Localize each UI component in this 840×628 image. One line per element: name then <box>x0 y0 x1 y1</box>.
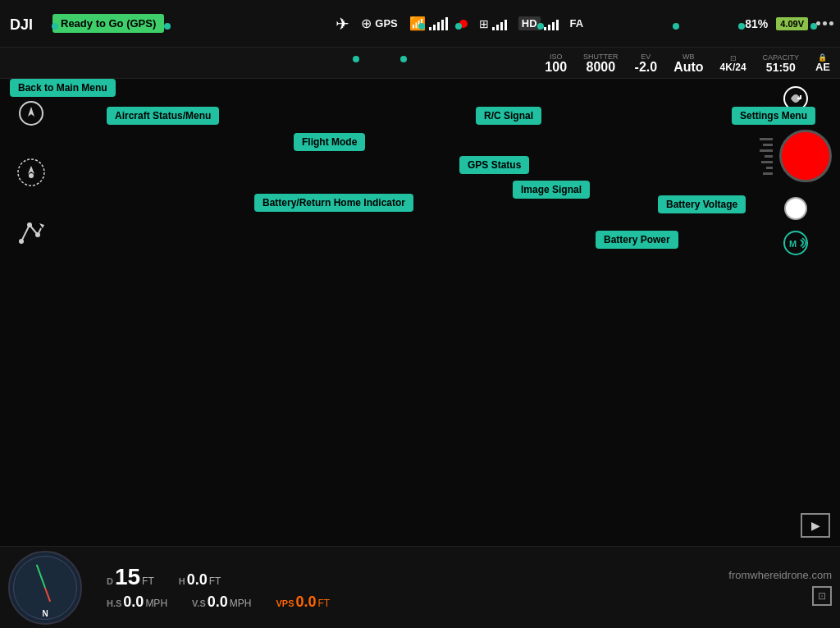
ev-label: EV <box>641 53 651 61</box>
dot-battery-power <box>673 23 679 30</box>
hs-unit: MPH <box>145 598 167 609</box>
svg-line-6 <box>21 225 30 241</box>
meter-bar-5 <box>761 161 773 163</box>
svg-text:DJI: DJI <box>10 16 33 33</box>
play-icon: ▶ <box>811 519 820 532</box>
svg-point-10 <box>27 222 32 227</box>
telem-row-1: D 15 FT H 0.0 FT <box>107 564 728 590</box>
iso-value: 100 <box>545 61 567 74</box>
capacity-value: 51:50 <box>766 62 796 73</box>
meter-bar-7 <box>763 172 773 175</box>
dot-battery-return <box>400 56 407 62</box>
mode-switch-icon[interactable]: M <box>781 228 810 258</box>
signal-bars <box>429 17 448 30</box>
dot-flight-mode <box>353 56 359 62</box>
vps-item: VPS 0.0 FT <box>276 594 330 611</box>
vs-item: V.S 0.0 MPH <box>192 594 251 611</box>
ae-value: AE <box>815 62 830 72</box>
svg-point-9 <box>19 239 24 244</box>
dot-settings-menu <box>810 23 817 30</box>
gps-icon: ⊕ <box>361 16 372 31</box>
res-label: ⊡ <box>730 54 737 62</box>
takeoff-icon[interactable] <box>16 99 46 128</box>
dot-battery-voltage <box>738 23 745 30</box>
meter-bar-2 <box>763 144 773 146</box>
battery-percent: 81% <box>745 17 768 30</box>
h-label: H <box>179 576 185 586</box>
wb-label: WB <box>682 53 695 61</box>
vps-unit: FT <box>318 598 331 609</box>
iso-setting[interactable]: ISO 100 <box>545 53 567 74</box>
wb-setting[interactable]: WB Auto <box>673 53 703 74</box>
battery-voltage-badge: 4.09V <box>776 17 808 30</box>
annotation-gps-status: GPS Status <box>459 156 529 174</box>
bottom-bar: N D 15 FT H 0.0 FT H.S 0.0 MPH V.S 0.0 <box>0 546 840 628</box>
h-value: 0.0 <box>187 571 208 589</box>
height-item: H 0.0 FT <box>179 571 221 589</box>
fa-group: FA <box>570 17 584 30</box>
svg-point-3 <box>18 159 44 186</box>
website-label: fromwhereidrone.com <box>728 569 832 581</box>
ae-setting[interactable]: 🔒 AE <box>815 53 830 72</box>
svg-point-5 <box>29 173 34 178</box>
annotation-settings-menu: Settings Menu <box>732 107 815 125</box>
ev-setting[interactable]: EV -2.0 <box>635 53 658 74</box>
annotation-flight-mode: Flight Mode <box>294 133 365 151</box>
gps-label: GPS <box>375 17 397 30</box>
annotation-aircraft-status: Aircraft Status/Menu <box>107 107 219 125</box>
annotation-battery-return: Battery/Return Home Indicator <box>254 194 413 212</box>
bottom-right: fromwhereidrone.com ⊡ <box>728 569 832 606</box>
annotation-battery-power: Battery Power <box>596 231 678 249</box>
hs-value: 0.0 <box>123 594 144 611</box>
annotation-rc-signal: R/C Signal <box>476 107 541 125</box>
ev-value: -2.0 <box>635 61 658 74</box>
vps-label: VPS <box>276 598 294 608</box>
record-button[interactable] <box>779 130 832 182</box>
capacity-label: CAPACITY <box>763 53 799 62</box>
gallery-icon[interactable]: ⊡ <box>812 586 832 606</box>
shutter-setting[interactable]: SHUTTER 8000 <box>583 53 619 74</box>
meter-bar-1 <box>760 138 773 140</box>
svg-marker-12 <box>39 223 44 228</box>
status-label[interactable]: Ready to Go (GPS) <box>52 14 164 33</box>
d-value: 15 <box>115 564 140 590</box>
compass: N <box>8 551 82 625</box>
gps-group[interactable]: ⊕ GPS <box>361 16 397 31</box>
waypoint-icon[interactable] <box>16 217 46 246</box>
hd-label: HD <box>518 16 541 30</box>
d-unit: FT <box>142 575 154 587</box>
telemetry-display: D 15 FT H 0.0 FT H.S 0.0 MPH V.S 0.0 MPH <box>98 564 728 611</box>
playback-button[interactable]: ▶ <box>801 513 830 538</box>
video-signal-bars <box>492 17 507 30</box>
annotation-image-signal: Image Signal <box>513 181 590 199</box>
capacity-setting: CAPACITY 51:50 <box>763 53 799 73</box>
hs-item: H.S 0.0 MPH <box>107 594 167 611</box>
meter-bars <box>760 138 773 175</box>
dot-rc-signal <box>455 23 462 30</box>
signal-group: 📶 <box>409 16 448 31</box>
meter-bar-3 <box>760 149 773 152</box>
hd-signal-bars <box>544 17 559 30</box>
shutter-label: SHUTTER <box>583 53 619 61</box>
drone-icon: ✈ <box>336 14 349 34</box>
h-unit: FT <box>209 575 221 587</box>
res-value: 4K/24 <box>720 62 746 72</box>
d-label: D <box>107 576 113 586</box>
svg-marker-2 <box>28 107 34 117</box>
svg-text:M: M <box>789 239 797 249</box>
video-quality-group: ⊞ <box>479 17 507 30</box>
shutter-value: 8000 <box>587 61 616 74</box>
more-options[interactable] <box>816 21 833 25</box>
drone-icon-group: ✈ <box>336 14 349 34</box>
resolution-setting[interactable]: ⊡ 4K/24 <box>720 54 746 72</box>
hs-label: H.S <box>107 598 121 608</box>
vs-value: 0.0 <box>208 594 228 611</box>
telem-row-2: H.S 0.0 MPH V.S 0.0 MPH VPS 0.0 FT <box>107 594 728 611</box>
svg-marker-4 <box>28 166 34 174</box>
meter-bar-4 <box>765 155 773 158</box>
meter-bar-6 <box>766 167 773 169</box>
photo-button[interactable] <box>784 197 807 220</box>
camera-bar: ISO 100 SHUTTER 8000 EV -2.0 WB Auto ⊡ 4… <box>0 48 840 79</box>
home-return-icon[interactable] <box>16 158 46 187</box>
vs-unit: MPH <box>230 598 252 609</box>
